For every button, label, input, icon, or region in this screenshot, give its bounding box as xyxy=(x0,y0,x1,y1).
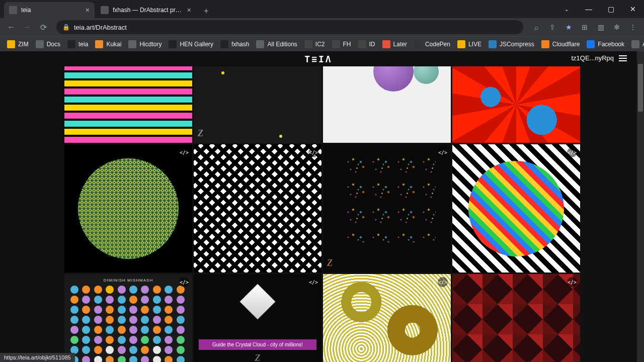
artwork-tile[interactable] xyxy=(452,66,580,143)
bookmark-item[interactable]: AltspaceVR xyxy=(628,38,644,50)
artwork-tile[interactable] xyxy=(64,66,192,143)
code-badge-icon[interactable]: </> xyxy=(567,147,577,157)
artwork-tile[interactable]: </> DIMINISH MISHMASH xyxy=(64,274,192,362)
close-window-button[interactable]: ✕ xyxy=(622,0,644,18)
dot-icon xyxy=(165,356,173,362)
artwork-tile[interactable]: </> Guide the Crystal Cloud - city of mi… xyxy=(194,274,321,362)
dot-icon xyxy=(94,326,102,334)
bookmark-label: LIVE xyxy=(468,41,481,48)
code-badge-icon[interactable]: </> xyxy=(438,277,448,287)
artwork-tile[interactable]: </> xyxy=(323,274,451,362)
bookmark-item[interactable]: ZIM xyxy=(4,38,32,50)
artwork-caption: Guide the Crystal Cloud - city of millio… xyxy=(199,339,316,350)
code-badge-icon[interactable]: </> xyxy=(438,147,448,157)
tab-dropdown-icon[interactable]: ⌄ xyxy=(555,0,578,18)
dot-icon xyxy=(70,326,78,334)
address-bar[interactable]: 🔒 teia.art/DrAbstract xyxy=(56,20,523,34)
site-header: T≡IΛ tz1QE...nyRpq xyxy=(0,51,637,66)
dot-icon xyxy=(141,316,149,324)
artist-mark: Z xyxy=(255,353,261,362)
artwork-tile[interactable] xyxy=(323,66,451,143)
bookmark-favicon xyxy=(128,40,136,48)
new-tab-button[interactable]: + xyxy=(199,4,213,18)
bookmark-favicon xyxy=(489,40,497,48)
dot-icon xyxy=(82,296,90,304)
minimize-button[interactable]: — xyxy=(578,0,600,18)
code-badge-icon[interactable]: </> xyxy=(308,147,318,157)
menu-icon[interactable]: ⋮ xyxy=(626,20,640,34)
bookmark-item[interactable]: Kukai xyxy=(92,38,124,50)
artwork-tile[interactable]: </> Z xyxy=(323,144,451,273)
bookmark-item[interactable]: LIVE xyxy=(454,38,485,50)
dot-icon xyxy=(177,356,185,362)
dot-icon xyxy=(82,306,90,314)
code-badge-icon[interactable]: </> xyxy=(308,277,318,287)
bookmark-favicon xyxy=(256,40,264,48)
vertical-scrollbar[interactable] xyxy=(637,51,644,362)
bookmark-item[interactable]: Hicdtory xyxy=(125,38,165,50)
close-icon[interactable]: × xyxy=(86,6,90,14)
artwork-tile[interactable]: </> xyxy=(194,144,321,273)
code-badge-icon[interactable]: </> xyxy=(179,277,189,287)
bookmark-item[interactable]: Docs xyxy=(33,38,63,50)
dot-icon xyxy=(70,336,78,344)
artwork-tile[interactable]: </> xyxy=(452,144,580,273)
dot-icon xyxy=(106,346,114,354)
dot-icon xyxy=(118,326,126,334)
dot-icon xyxy=(129,326,137,334)
artwork-tile[interactable]: </> xyxy=(452,274,580,362)
dot-icon xyxy=(165,336,173,344)
artwork-tile[interactable]: Z xyxy=(194,66,321,143)
bookmark-item[interactable]: IC2 xyxy=(301,38,328,50)
bookmark-favicon xyxy=(457,40,465,48)
share-icon[interactable]: ⇪ xyxy=(545,20,559,34)
close-icon[interactable]: × xyxy=(187,6,191,14)
extensions-icon[interactable]: ⊞ xyxy=(578,20,592,34)
dot-icon xyxy=(141,286,149,294)
bookmark-item[interactable]: FH xyxy=(329,38,354,50)
bookmark-item[interactable]: CodePen xyxy=(411,38,453,50)
dot-icon xyxy=(106,306,114,314)
tab-active[interactable]: teia × xyxy=(4,2,95,18)
bookmark-item[interactable]: Facebook xyxy=(584,38,627,50)
extension-swirl-icon[interactable]: ✻ xyxy=(610,20,624,34)
site-logo[interactable]: T≡IΛ xyxy=(304,54,332,64)
bookmark-favicon xyxy=(7,40,15,48)
back-button[interactable]: ← xyxy=(4,20,18,34)
wallet-address[interactable]: tz1QE...nyRpq xyxy=(571,54,614,62)
bookmark-item[interactable]: JSCompress xyxy=(486,38,537,50)
dot-icon xyxy=(129,336,137,344)
bookmark-item[interactable]: fxhash xyxy=(217,38,252,50)
menu-burger-icon[interactable] xyxy=(619,55,627,61)
bookmark-item[interactable]: ID xyxy=(355,38,378,50)
bookmark-item[interactable]: All Editions xyxy=(253,38,300,50)
code-badge-icon[interactable]: </> xyxy=(567,277,577,287)
bookmark-label: All Editions xyxy=(267,41,297,48)
tab-inactive[interactable]: fxhash — DrAbstract profile × xyxy=(96,2,196,18)
tab-bar: teia × fxhash — DrAbstract profile × + ⌄… xyxy=(0,0,644,18)
scrollbar-thumb[interactable] xyxy=(638,64,643,112)
bookmark-favicon xyxy=(358,40,366,48)
dot-icon xyxy=(106,336,114,344)
sidepanel-icon[interactable]: ▥ xyxy=(594,20,608,34)
bookmark-label: fxhash xyxy=(231,41,249,48)
forward-button[interactable]: → xyxy=(20,20,34,34)
page-content: T≡IΛ tz1QE...nyRpq Z </> </> </> Z </> <… xyxy=(0,51,637,362)
bookmark-item[interactable]: Cloudflare xyxy=(538,38,583,50)
maximize-button[interactable]: ▢ xyxy=(600,0,622,18)
artwork-tile[interactable]: </> xyxy=(64,144,192,273)
dot-icon xyxy=(106,296,114,304)
dot-icon xyxy=(165,286,173,294)
dot-icon xyxy=(94,316,102,324)
bookmark-label: JSCompress xyxy=(500,41,534,48)
dot-icon xyxy=(177,306,185,314)
reload-button[interactable]: ⟳ xyxy=(36,20,50,34)
bookmark-star-icon[interactable]: ★ xyxy=(561,20,576,34)
bookmark-item[interactable]: HEN Gallery xyxy=(166,38,216,50)
favicon xyxy=(9,6,17,14)
search-icon[interactable]: ⌕ xyxy=(529,20,543,34)
code-badge-icon[interactable]: </> xyxy=(179,147,189,157)
bookmark-item[interactable]: teia xyxy=(64,38,91,50)
bookmark-item[interactable]: Later xyxy=(379,38,410,50)
tab-title: teia xyxy=(21,7,82,14)
